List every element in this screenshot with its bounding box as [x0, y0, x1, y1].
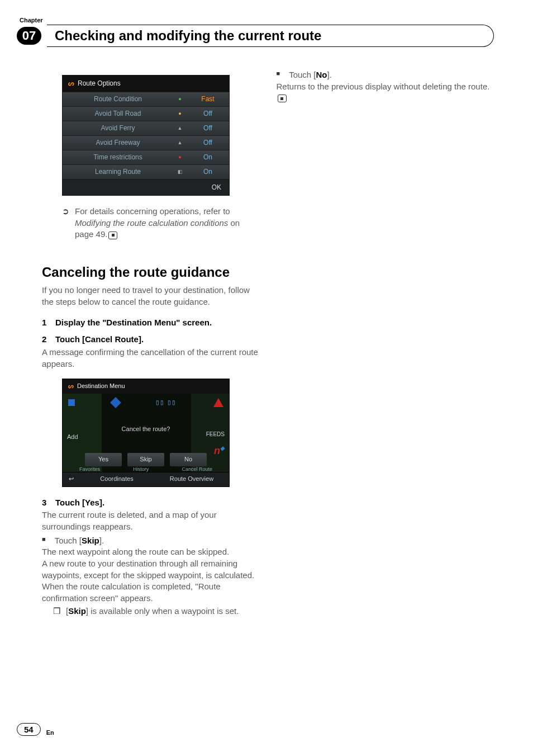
no-result-paragraph: Returns to the previous display without …: [277, 81, 494, 104]
page-number: 54: [17, 723, 41, 736]
chapter-title-frame: Checking and modifying the current route: [47, 25, 494, 47]
footer-cancel-route: Cancel Route: [182, 466, 212, 472]
skip-paragraph-1: The next waypoint along the route can be…: [42, 546, 260, 558]
route-option-value: Off: [191, 109, 225, 119]
step-3: 3Touch [Yes].: [42, 497, 260, 509]
tile-icon: [68, 399, 75, 406]
route-option-label: Learning Route: [67, 167, 169, 177]
reference-note: For details concerning operations, refer…: [75, 206, 260, 240]
route-option-row: Avoid Ferry▲Off: [63, 121, 229, 135]
skip-availability-note: [Skip] is available only when a waypoint…: [66, 606, 239, 617]
step-2-result: A message confirming the cancellation of…: [42, 347, 260, 370]
route-option-label: Avoid Toll Road: [67, 109, 169, 119]
route-option-row: Avoid Toll Road●Off: [63, 106, 229, 121]
side-label-add: Add: [67, 433, 78, 441]
chapter-title: Checking and modifying the current route: [55, 28, 321, 44]
page-language: En: [46, 729, 54, 736]
route-option-label: Route Condition: [67, 94, 169, 104]
square-bullet-icon: ■: [277, 69, 280, 81]
route-option-icon: ●: [169, 110, 191, 117]
route-option-row: Route Condition●Fast: [63, 92, 229, 106]
tile-icon: ▯▯ ▯▯: [156, 399, 177, 407]
end-of-section-icon: [108, 231, 117, 239]
destination-menu-title: Destination Menu: [77, 382, 125, 390]
section-intro: If you no longer need to travel to your …: [42, 285, 260, 308]
note-icon: ❐: [53, 606, 60, 617]
tile-icon: [110, 397, 121, 408]
back-icon: ᔕ: [68, 79, 74, 88]
skip-paragraph-3: When the route calculation is completed,…: [42, 581, 260, 604]
route-option-value: On: [191, 167, 225, 177]
route-option-icon: ▲: [169, 139, 191, 146]
square-bullet-icon: ■: [42, 535, 46, 547]
ok-button: OK: [212, 183, 221, 192]
route-options-title: Route Options: [78, 79, 121, 88]
route-option-icon: ▲: [169, 125, 191, 131]
route-option-row: Time restrictions●On: [63, 150, 229, 164]
skip-paragraph-2: A new route to your destination through …: [42, 558, 260, 581]
touch-no-line: Touch [No].: [289, 69, 332, 81]
route-option-icon: ●: [169, 96, 191, 102]
route-option-value: Off: [191, 138, 225, 148]
section-heading: Canceling the route guidance: [42, 263, 260, 281]
chapter-label: Chapter: [20, 17, 494, 23]
route-option-label: Avoid Freeway: [67, 138, 169, 148]
no-button: No: [170, 453, 207, 466]
skip-button: Skip: [127, 453, 164, 466]
warning-triangle-icon: [213, 398, 223, 407]
back-icon: ᔕ: [68, 382, 74, 390]
route-option-icon: ◧: [169, 168, 191, 175]
compass-icon: n◆: [214, 444, 225, 458]
footer-favorites: Favorites: [79, 466, 100, 472]
route-option-label: Avoid Ferry: [67, 124, 169, 133]
chapter-number-badge: 07: [17, 27, 41, 45]
route-option-value: Off: [191, 124, 225, 133]
route-option-value: On: [191, 153, 225, 162]
yes-button: Yes: [85, 453, 122, 466]
step-1: 1Display the "Destination Menu" screen.: [42, 317, 260, 329]
reference-arrow-icon: ➲: [62, 206, 69, 240]
modal-prompt: Cancel the route?: [63, 425, 229, 433]
destination-menu-screenshot: ᔕ Destination Menu ▯▯ ▯▯ Add FEEDS n◆ Ca…: [62, 379, 230, 486]
footer-coordinates: Coordinates: [79, 475, 154, 483]
route-option-row: Learning Route◧On: [63, 164, 229, 179]
footer-history: History: [133, 466, 149, 472]
step-3-result: The current route is deleted, and a map …: [42, 509, 260, 532]
route-option-icon: ●: [169, 154, 191, 160]
route-option-row: Avoid Freeway▲Off: [63, 135, 229, 150]
route-options-screenshot: ᔕ Route Options Route Condition●FastAvoi…: [62, 75, 230, 196]
back-arrow-icon: ↩: [63, 475, 79, 483]
footer-route-overview: Route Overview: [154, 475, 229, 483]
route-option-label: Time restrictions: [67, 153, 169, 162]
end-of-section-icon: [278, 94, 287, 102]
step-2: 2Touch [Cancel Route].: [42, 334, 260, 346]
touch-skip-line: Touch [Skip].: [55, 535, 104, 547]
route-option-value: Fast: [191, 94, 225, 104]
